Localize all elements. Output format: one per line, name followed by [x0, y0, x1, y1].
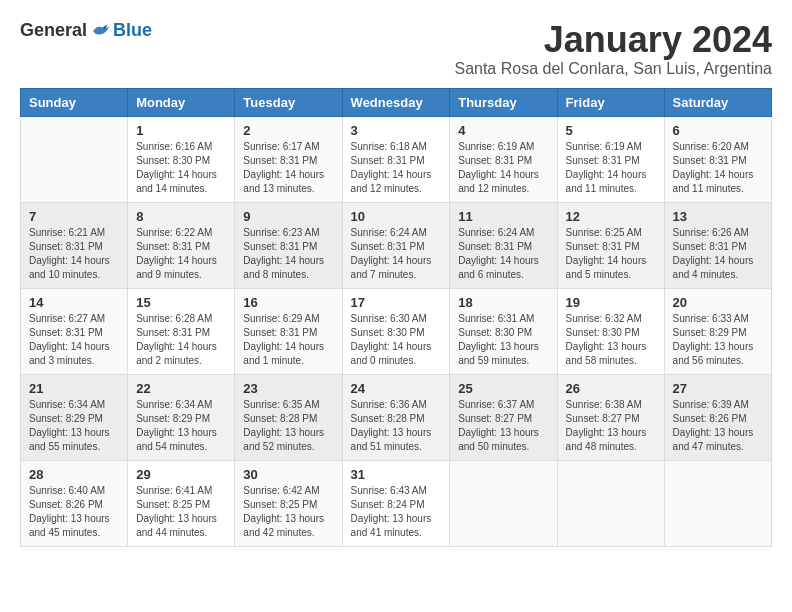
day-number: 11	[458, 209, 548, 224]
title-section: January 2024 Santa Rosa del Conlara, San…	[454, 20, 772, 78]
day-info: Sunrise: 6:40 AM Sunset: 8:26 PM Dayligh…	[29, 484, 119, 540]
day-number: 14	[29, 295, 119, 310]
day-info: Sunrise: 6:31 AM Sunset: 8:30 PM Dayligh…	[458, 312, 548, 368]
day-info: Sunrise: 6:22 AM Sunset: 8:31 PM Dayligh…	[136, 226, 226, 282]
calendar-cell: 16Sunrise: 6:29 AM Sunset: 8:31 PM Dayli…	[235, 288, 342, 374]
calendar-cell: 5Sunrise: 6:19 AM Sunset: 8:31 PM Daylig…	[557, 116, 664, 202]
day-info: Sunrise: 6:30 AM Sunset: 8:30 PM Dayligh…	[351, 312, 442, 368]
calendar-cell: 31Sunrise: 6:43 AM Sunset: 8:24 PM Dayli…	[342, 460, 450, 546]
day-info: Sunrise: 6:16 AM Sunset: 8:30 PM Dayligh…	[136, 140, 226, 196]
day-number: 30	[243, 467, 333, 482]
day-info: Sunrise: 6:37 AM Sunset: 8:27 PM Dayligh…	[458, 398, 548, 454]
day-number: 29	[136, 467, 226, 482]
calendar-cell: 23Sunrise: 6:35 AM Sunset: 8:28 PM Dayli…	[235, 374, 342, 460]
calendar-cell	[21, 116, 128, 202]
day-number: 12	[566, 209, 656, 224]
day-header-wednesday: Wednesday	[342, 88, 450, 116]
day-number: 24	[351, 381, 442, 396]
day-info: Sunrise: 6:19 AM Sunset: 8:31 PM Dayligh…	[566, 140, 656, 196]
day-info: Sunrise: 6:23 AM Sunset: 8:31 PM Dayligh…	[243, 226, 333, 282]
day-info: Sunrise: 6:21 AM Sunset: 8:31 PM Dayligh…	[29, 226, 119, 282]
calendar-cell: 30Sunrise: 6:42 AM Sunset: 8:25 PM Dayli…	[235, 460, 342, 546]
day-number: 4	[458, 123, 548, 138]
day-info: Sunrise: 6:24 AM Sunset: 8:31 PM Dayligh…	[351, 226, 442, 282]
day-header-friday: Friday	[557, 88, 664, 116]
calendar-cell: 4Sunrise: 6:19 AM Sunset: 8:31 PM Daylig…	[450, 116, 557, 202]
calendar-cell: 12Sunrise: 6:25 AM Sunset: 8:31 PM Dayli…	[557, 202, 664, 288]
day-info: Sunrise: 6:19 AM Sunset: 8:31 PM Dayligh…	[458, 140, 548, 196]
day-header-tuesday: Tuesday	[235, 88, 342, 116]
day-number: 16	[243, 295, 333, 310]
week-row-3: 14Sunrise: 6:27 AM Sunset: 8:31 PM Dayli…	[21, 288, 772, 374]
days-header-row: SundayMondayTuesdayWednesdayThursdayFrid…	[21, 88, 772, 116]
logo-blue-text: Blue	[113, 20, 152, 41]
calendar-body: 1Sunrise: 6:16 AM Sunset: 8:30 PM Daylig…	[21, 116, 772, 546]
day-info: Sunrise: 6:27 AM Sunset: 8:31 PM Dayligh…	[29, 312, 119, 368]
calendar-cell: 19Sunrise: 6:32 AM Sunset: 8:30 PM Dayli…	[557, 288, 664, 374]
calendar-cell: 25Sunrise: 6:37 AM Sunset: 8:27 PM Dayli…	[450, 374, 557, 460]
day-number: 26	[566, 381, 656, 396]
calendar-cell: 9Sunrise: 6:23 AM Sunset: 8:31 PM Daylig…	[235, 202, 342, 288]
calendar-cell: 3Sunrise: 6:18 AM Sunset: 8:31 PM Daylig…	[342, 116, 450, 202]
day-info: Sunrise: 6:33 AM Sunset: 8:29 PM Dayligh…	[673, 312, 763, 368]
day-info: Sunrise: 6:29 AM Sunset: 8:31 PM Dayligh…	[243, 312, 333, 368]
day-info: Sunrise: 6:32 AM Sunset: 8:30 PM Dayligh…	[566, 312, 656, 368]
calendar-cell: 24Sunrise: 6:36 AM Sunset: 8:28 PM Dayli…	[342, 374, 450, 460]
day-info: Sunrise: 6:20 AM Sunset: 8:31 PM Dayligh…	[673, 140, 763, 196]
day-header-monday: Monday	[128, 88, 235, 116]
day-number: 6	[673, 123, 763, 138]
calendar-cell: 6Sunrise: 6:20 AM Sunset: 8:31 PM Daylig…	[664, 116, 771, 202]
day-info: Sunrise: 6:34 AM Sunset: 8:29 PM Dayligh…	[136, 398, 226, 454]
calendar-cell: 7Sunrise: 6:21 AM Sunset: 8:31 PM Daylig…	[21, 202, 128, 288]
day-number: 21	[29, 381, 119, 396]
day-header-sunday: Sunday	[21, 88, 128, 116]
day-number: 3	[351, 123, 442, 138]
calendar-cell: 10Sunrise: 6:24 AM Sunset: 8:31 PM Dayli…	[342, 202, 450, 288]
day-number: 20	[673, 295, 763, 310]
day-info: Sunrise: 6:17 AM Sunset: 8:31 PM Dayligh…	[243, 140, 333, 196]
month-title: January 2024	[454, 20, 772, 60]
calendar-cell: 14Sunrise: 6:27 AM Sunset: 8:31 PM Dayli…	[21, 288, 128, 374]
calendar-cell: 8Sunrise: 6:22 AM Sunset: 8:31 PM Daylig…	[128, 202, 235, 288]
day-info: Sunrise: 6:38 AM Sunset: 8:27 PM Dayligh…	[566, 398, 656, 454]
day-info: Sunrise: 6:39 AM Sunset: 8:26 PM Dayligh…	[673, 398, 763, 454]
calendar-cell: 2Sunrise: 6:17 AM Sunset: 8:31 PM Daylig…	[235, 116, 342, 202]
day-number: 7	[29, 209, 119, 224]
day-info: Sunrise: 6:24 AM Sunset: 8:31 PM Dayligh…	[458, 226, 548, 282]
day-number: 9	[243, 209, 333, 224]
day-info: Sunrise: 6:26 AM Sunset: 8:31 PM Dayligh…	[673, 226, 763, 282]
day-info: Sunrise: 6:34 AM Sunset: 8:29 PM Dayligh…	[29, 398, 119, 454]
day-number: 18	[458, 295, 548, 310]
day-number: 5	[566, 123, 656, 138]
day-info: Sunrise: 6:28 AM Sunset: 8:31 PM Dayligh…	[136, 312, 226, 368]
logo-bird-icon	[91, 23, 111, 39]
calendar-header: SundayMondayTuesdayWednesdayThursdayFrid…	[21, 88, 772, 116]
calendar-cell: 15Sunrise: 6:28 AM Sunset: 8:31 PM Dayli…	[128, 288, 235, 374]
calendar-cell: 18Sunrise: 6:31 AM Sunset: 8:30 PM Dayli…	[450, 288, 557, 374]
day-number: 13	[673, 209, 763, 224]
calendar-cell: 1Sunrise: 6:16 AM Sunset: 8:30 PM Daylig…	[128, 116, 235, 202]
day-number: 25	[458, 381, 548, 396]
calendar-cell: 26Sunrise: 6:38 AM Sunset: 8:27 PM Dayli…	[557, 374, 664, 460]
calendar-cell: 20Sunrise: 6:33 AM Sunset: 8:29 PM Dayli…	[664, 288, 771, 374]
day-info: Sunrise: 6:41 AM Sunset: 8:25 PM Dayligh…	[136, 484, 226, 540]
day-info: Sunrise: 6:25 AM Sunset: 8:31 PM Dayligh…	[566, 226, 656, 282]
day-number: 8	[136, 209, 226, 224]
day-number: 27	[673, 381, 763, 396]
calendar-cell: 11Sunrise: 6:24 AM Sunset: 8:31 PM Dayli…	[450, 202, 557, 288]
page-header: General Blue January 2024 Santa Rosa del…	[20, 20, 772, 78]
day-info: Sunrise: 6:42 AM Sunset: 8:25 PM Dayligh…	[243, 484, 333, 540]
day-number: 22	[136, 381, 226, 396]
calendar-cell	[450, 460, 557, 546]
week-row-1: 1Sunrise: 6:16 AM Sunset: 8:30 PM Daylig…	[21, 116, 772, 202]
day-number: 23	[243, 381, 333, 396]
week-row-2: 7Sunrise: 6:21 AM Sunset: 8:31 PM Daylig…	[21, 202, 772, 288]
calendar-cell: 17Sunrise: 6:30 AM Sunset: 8:30 PM Dayli…	[342, 288, 450, 374]
day-info: Sunrise: 6:35 AM Sunset: 8:28 PM Dayligh…	[243, 398, 333, 454]
day-number: 17	[351, 295, 442, 310]
day-info: Sunrise: 6:18 AM Sunset: 8:31 PM Dayligh…	[351, 140, 442, 196]
calendar-cell	[664, 460, 771, 546]
day-number: 31	[351, 467, 442, 482]
day-header-thursday: Thursday	[450, 88, 557, 116]
week-row-4: 21Sunrise: 6:34 AM Sunset: 8:29 PM Dayli…	[21, 374, 772, 460]
